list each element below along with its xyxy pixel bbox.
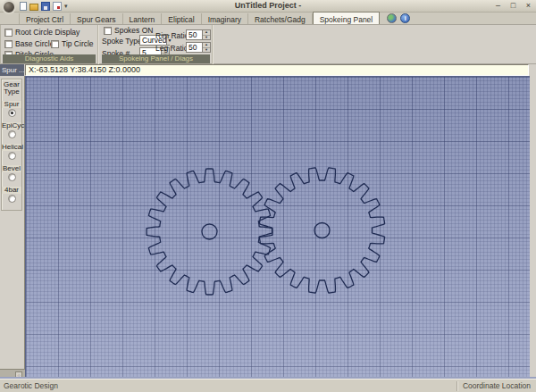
- radio-icon[interactable]: [8, 109, 16, 117]
- radio-icon[interactable]: [8, 152, 16, 160]
- gear-type-label: Gear Type: [2, 79, 21, 96]
- checkbox-icon[interactable]: [51, 40, 59, 48]
- checkbox-icon[interactable]: [104, 27, 112, 35]
- gear-drawing[interactable]: [26, 77, 531, 379]
- ribbon-panel: Root Circle Display Base Circle Tip Circ…: [0, 25, 536, 64]
- spin-down-icon[interactable]: ▼: [203, 36, 210, 40]
- radio-icon[interactable]: [8, 195, 16, 203]
- tab-project-ctrl[interactable]: Project Ctrl: [19, 13, 71, 24]
- tab-strip: Project Ctrl Spur Gears Lantern Eliptica…: [0, 13, 536, 25]
- spoke-type-label: Spoke Type: [102, 37, 142, 46]
- rim-ratio-value: 50: [187, 30, 202, 39]
- tab-spur-gears[interactable]: Spur Gears: [71, 13, 122, 24]
- tab-strip-icons: i: [387, 13, 410, 23]
- app-menu-orb[interactable]: [2, 0, 16, 14]
- rim-ratio-spinner[interactable]: 50 ▲ ▼: [186, 29, 211, 40]
- root-circle-display-checkbox[interactable]: Root Circle Display: [4, 28, 80, 37]
- sidebar-header: Spur ...: [0, 64, 24, 76]
- group-caption: Spokeing Panel / Diags: [102, 54, 210, 63]
- gear-type-sidebar: Gear Type Spur EpiCyc Helical Bevel 4bar: [0, 76, 25, 369]
- status-app-name: Gearotic Design: [4, 381, 58, 390]
- application-window: ▾ UnTitled Project - – □ × Project Ctrl …: [0, 0, 536, 392]
- checkbox-icon[interactable]: [4, 29, 13, 37]
- window-title: UnTitled Project -: [0, 1, 536, 10]
- leg-ratio-spinner[interactable]: 50 ▲ ▼: [186, 42, 211, 53]
- window-controls: – □ ×: [493, 1, 533, 11]
- base-circle-checkbox[interactable]: Base Circle: [4, 39, 54, 48]
- drawing-canvas[interactable]: [25, 76, 530, 379]
- tab-spokeing-panel[interactable]: Spokeing Panel: [313, 12, 381, 24]
- group-caption: Diagnostic Aids: [3, 54, 96, 63]
- info-icon[interactable]: i: [400, 13, 410, 23]
- checkbox-icon[interactable]: [4, 40, 13, 48]
- gear-type-option-helical[interactable]: Helical: [2, 144, 21, 160]
- option-label: Bevel: [2, 165, 21, 172]
- status-coordinate-location: Coordinate Location: [463, 381, 531, 390]
- gear-type-option-epicyc[interactable]: EpiCyc: [2, 122, 21, 138]
- gear-type-groupbox: Gear Type Spur EpiCyc Helical Bevel 4bar: [1, 79, 22, 211]
- leg-ratio-label: Leg Ratio: [155, 44, 188, 53]
- option-label: EpiCyc: [2, 122, 21, 129]
- checkbox-label: Root Circle Display: [15, 28, 80, 37]
- option-label: 4bar: [2, 187, 21, 194]
- globe-icon[interactable]: [387, 13, 397, 23]
- radio-icon[interactable]: [8, 173, 16, 181]
- tab-lantern[interactable]: Lantern: [123, 13, 163, 24]
- spokes-on-checkbox[interactable]: Spokes ON: [104, 26, 153, 35]
- gear-type-option-4bar[interactable]: 4bar: [2, 187, 21, 203]
- checkbox-label: Spokes ON: [114, 26, 153, 35]
- minimize-button[interactable]: –: [493, 1, 503, 11]
- radio-icon[interactable]: [8, 130, 16, 138]
- panel-grip-icon[interactable]: ⁘: [15, 371, 22, 378]
- rim-ratio-label: Rim Ratio: [155, 31, 188, 40]
- tip-circle-checkbox[interactable]: Tip Circle: [51, 39, 94, 48]
- tab-imaginary[interactable]: Imaginary: [202, 13, 248, 24]
- gear-type-option-bevel[interactable]: Bevel: [2, 165, 21, 181]
- gear-type-option-spur[interactable]: Spur: [2, 101, 21, 117]
- restore-button[interactable]: □: [508, 1, 518, 11]
- right-margin: [530, 64, 536, 379]
- spinner-buttons[interactable]: ▲ ▼: [202, 43, 210, 52]
- option-label: Helical: [2, 144, 21, 151]
- leg-ratio-value: 50: [187, 43, 202, 52]
- checkbox-label: Base Circle: [15, 39, 54, 48]
- title-bar: ▾ UnTitled Project - – □ ×: [0, 0, 536, 13]
- spin-down-icon[interactable]: ▼: [203, 48, 210, 53]
- status-separator: [456, 381, 457, 391]
- option-label: Spur: [2, 101, 21, 108]
- spinner-buttons[interactable]: ▲ ▼: [202, 30, 210, 39]
- tab-ratchets-gadg[interactable]: Ratchets/Gadg: [248, 13, 313, 24]
- checkbox-label: Tip Circle: [62, 39, 94, 48]
- spokeing-panel-group: Spokes ON Spoke Type Curved ▼ Spoke # 5 …: [100, 25, 213, 64]
- close-button[interactable]: ×: [523, 1, 533, 11]
- diagnostic-aids-group: Root Circle Display Base Circle Tip Circ…: [0, 25, 98, 64]
- sidebar-footer: ⁘: [0, 369, 25, 379]
- status-bar: Gearotic Design Coordinate Location: [0, 379, 536, 392]
- coordinate-readout: X:-63.5128 Y:38.4150 Z:0.0000: [25, 64, 529, 76]
- tab-eliptical[interactable]: Eliptical: [162, 13, 201, 24]
